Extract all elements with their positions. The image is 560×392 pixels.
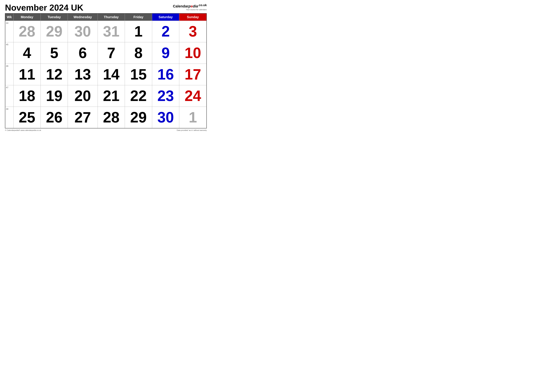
day-cell[interactable]: 31 (98, 21, 125, 42)
logo: Calendarpedia.co.uk Your source for cale… (173, 3, 207, 11)
col-header-wednesday: Wednesday (68, 13, 98, 21)
col-header-saturday: Saturday (152, 13, 179, 21)
week-number: 48 (5, 107, 13, 128)
day-cell[interactable]: 3 (179, 21, 207, 42)
day-cell[interactable]: 10 (179, 42, 207, 64)
col-header-sunday: Sunday (179, 13, 207, 21)
calendar-body: 4428293031123454567891046111213141516174… (5, 21, 207, 128)
calendar-week-row: 4545678910 (5, 42, 207, 64)
day-cell[interactable]: 22 (125, 85, 152, 107)
page-header: November 2024 UK Calendarpedia.co.uk You… (5, 3, 207, 12)
day-cell[interactable]: 4 (13, 42, 40, 64)
day-cell[interactable]: 5 (40, 42, 68, 64)
day-cell[interactable]: 29 (40, 21, 68, 42)
footer-disclaimer: Data provided 'as is' without warranty (177, 129, 207, 131)
day-cell[interactable]: 19 (40, 85, 68, 107)
day-cell[interactable]: 16 (152, 64, 179, 85)
day-cell[interactable]: 12 (40, 64, 68, 85)
day-cell[interactable]: 14 (98, 64, 125, 85)
day-cell[interactable]: 27 (68, 107, 98, 128)
day-cell[interactable]: 2 (152, 21, 179, 42)
day-cell[interactable]: 20 (68, 85, 98, 107)
day-cell[interactable]: 25 (13, 107, 40, 128)
col-header-tuesday: Tuesday (40, 13, 68, 21)
logo-pedia: pedia (189, 4, 198, 8)
day-cell[interactable]: 1 (125, 21, 152, 42)
logo-suffix: .co.uk (198, 3, 207, 7)
day-cell[interactable]: 1 (179, 107, 207, 128)
week-number: 47 (5, 85, 13, 107)
col-header-thursday: Thursday (98, 13, 125, 21)
logo-name: Calendarpedia.co.uk (173, 3, 207, 9)
day-cell[interactable]: 6 (68, 42, 98, 64)
week-number: 46 (5, 64, 13, 85)
logo-tagline: Your source for calendars (173, 9, 207, 11)
week-number: 44 (5, 21, 13, 42)
logo-calendar: Calendar (173, 4, 188, 8)
day-cell[interactable]: 13 (68, 64, 98, 85)
footer: © Calendarpedia® www.calendarpedia.co.uk… (5, 129, 207, 131)
day-cell[interactable]: 7 (98, 42, 125, 64)
day-cell[interactable]: 21 (98, 85, 125, 107)
week-number: 45 (5, 42, 13, 64)
footer-copyright: © Calendarpedia® www.calendarpedia.co.uk (5, 129, 41, 131)
day-cell[interactable]: 30 (152, 107, 179, 128)
day-cell[interactable]: 29 (125, 107, 152, 128)
page-title: November 2024 UK (5, 3, 83, 12)
calendar-table: Wk Monday Tuesday Wednesday Thursday Fri… (5, 13, 207, 128)
col-header-friday: Friday (125, 13, 152, 21)
calendar-header-row: Wk Monday Tuesday Wednesday Thursday Fri… (5, 13, 207, 21)
day-cell[interactable]: 24 (179, 85, 207, 107)
day-cell[interactable]: 28 (13, 21, 40, 42)
calendar-week-row: 4428293031123 (5, 21, 207, 42)
day-cell[interactable]: 17 (179, 64, 207, 85)
calendar-week-row: 4611121314151617 (5, 64, 207, 85)
col-header-wk: Wk (5, 13, 13, 21)
day-cell[interactable]: 18 (13, 85, 40, 107)
day-cell[interactable]: 26 (40, 107, 68, 128)
calendar-week-row: 4718192021222324 (5, 85, 207, 107)
day-cell[interactable]: 30 (68, 21, 98, 42)
day-cell[interactable]: 9 (152, 42, 179, 64)
day-cell[interactable]: 28 (98, 107, 125, 128)
col-header-monday: Monday (13, 13, 40, 21)
day-cell[interactable]: 15 (125, 64, 152, 85)
calendar-week-row: 482526272829301 (5, 107, 207, 128)
day-cell[interactable]: 23 (152, 85, 179, 107)
day-cell[interactable]: 8 (125, 42, 152, 64)
day-cell[interactable]: 11 (13, 64, 40, 85)
